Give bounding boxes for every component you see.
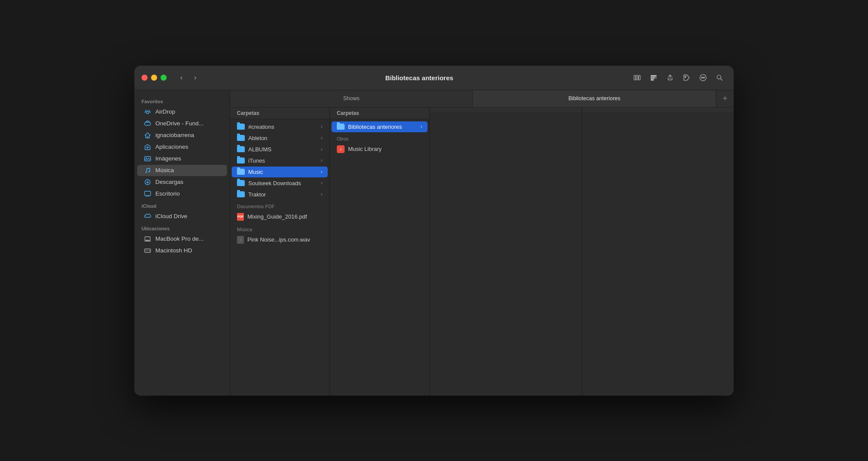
sidebar-item-label-macbookpro: MacBook Pro de... <box>155 235 204 242</box>
svg-point-22 <box>148 171 150 172</box>
list-item[interactable]: iTunes › <box>232 155 328 166</box>
tab-bibliotecas[interactable]: Bibliotecas anteriores <box>473 90 716 107</box>
desktop-icon <box>144 190 151 197</box>
chevron-right-icon: › <box>321 157 322 163</box>
column-2-items: Bibliotecas anteriores › Otros ♪ Music L… <box>330 119 429 396</box>
item-name: Music Library <box>348 146 422 152</box>
list-item[interactable]: ALBUMS › <box>232 144 328 155</box>
sidebar-item-onedrive[interactable]: OneDrive - Fund... <box>137 118 227 129</box>
harddisk-icon <box>144 247 151 254</box>
column-2: Carpetas Bibliotecas anteriores › Otros … <box>330 108 430 396</box>
tag-icon <box>683 74 690 82</box>
columns-view-icon <box>633 74 641 82</box>
list-item[interactable]: Music › <box>232 167 328 177</box>
airdrop-icon <box>144 108 151 115</box>
sidebar-item-downloads[interactable]: Descargas <box>137 177 227 188</box>
sidebar-item-airdrop[interactable]: AirDrop <box>137 106 227 118</box>
tab-shows[interactable]: Shows <box>230 90 473 107</box>
svg-rect-2 <box>639 75 641 80</box>
list-item[interactable]: ♪ Music Library <box>332 143 427 155</box>
item-name: Pink Noise...ips.com.wav <box>247 236 322 243</box>
column-1-header: Carpetas <box>230 108 329 119</box>
svg-point-6 <box>685 76 686 78</box>
svg-rect-4 <box>651 77 655 78</box>
home-icon <box>144 132 151 139</box>
forward-button[interactable]: › <box>189 72 201 84</box>
folder-icon <box>237 157 245 163</box>
sidebar: Favoritos AirDrop <box>135 90 230 396</box>
folder-icon <box>237 146 245 152</box>
wav-icon: ♪ <box>237 236 244 244</box>
sidebar-item-macintoshhd[interactable]: Macintosh HD <box>137 245 227 256</box>
music-icon <box>144 167 151 174</box>
sidebar-item-label-onedrive: OneDrive - Fund... <box>155 120 204 127</box>
sidebar-item-music[interactable]: Música <box>137 165 227 176</box>
sidebar-item-images[interactable]: Imágenes <box>137 153 227 164</box>
sidebar-item-label-macintoshhd: Macintosh HD <box>155 247 192 254</box>
laptop-icon <box>144 235 151 242</box>
folder-icon <box>237 135 245 141</box>
close-button[interactable] <box>141 75 148 81</box>
applications-icon <box>144 144 151 150</box>
arrange-button[interactable] <box>647 71 661 85</box>
finder-window: ‹ › Bibliotecas anteriores <box>135 66 733 396</box>
folder-icon <box>237 191 245 197</box>
search-button[interactable] <box>713 71 727 85</box>
sidebar-item-label-airdrop: AirDrop <box>155 108 175 115</box>
share-button[interactable] <box>663 71 677 85</box>
list-item[interactable]: Ableton › <box>232 133 328 144</box>
sidebar-item-label-home: ignaciobarrena <box>155 132 194 138</box>
list-item[interactable]: Traktor › <box>232 189 328 200</box>
sidebar-item-label-music: Música <box>155 167 174 173</box>
folder-icon <box>237 169 245 175</box>
onedrive-icon <box>144 120 151 127</box>
chevron-right-icon: › <box>321 146 322 152</box>
item-name: Soulseek Downloads <box>248 180 317 186</box>
column-browser: Carpetas #creations › Ableton › <box>230 108 733 396</box>
sidebar-section-ubicaciones: Ubicaciones <box>135 222 230 233</box>
sidebar-item-desktop[interactable]: Escritorio <box>137 188 227 199</box>
item-name: iTunes <box>248 157 317 164</box>
column-4 <box>582 108 734 396</box>
content-area: Shows Bibliotecas anteriores + Carpetas … <box>230 90 733 396</box>
column-1-items: #creations › Ableton › ALBUMS › <box>230 119 329 396</box>
column-3 <box>430 108 582 396</box>
minimize-button[interactable] <box>151 75 157 81</box>
svg-rect-24 <box>145 191 151 196</box>
item-name: Music <box>248 169 317 175</box>
item-name: Traktor <box>248 191 317 198</box>
svg-point-8 <box>701 77 702 78</box>
sidebar-item-label-downloads: Descargas <box>155 179 184 185</box>
column-4-items <box>582 113 734 396</box>
pdf-icon: PDF <box>237 213 244 221</box>
svg-point-21 <box>145 171 147 173</box>
sidebar-item-macbookpro[interactable]: MacBook Pro de... <box>137 233 227 245</box>
add-tab-button[interactable]: + <box>716 90 733 107</box>
column-1: Carpetas #creations › Ableton › <box>230 108 330 396</box>
sidebar-item-home[interactable]: ignaciobarrena <box>137 130 227 141</box>
folder-icon <box>237 180 245 186</box>
list-item[interactable]: Soulseek Downloads › <box>232 178 328 189</box>
tag-button[interactable] <box>680 71 694 85</box>
more-button[interactable] <box>696 71 710 85</box>
traffic-lights <box>141 75 167 81</box>
column-view-button[interactable] <box>630 71 644 85</box>
folder-icon <box>237 124 245 130</box>
list-item[interactable]: PDF Mixing_Guide_2016.pdf <box>232 211 328 223</box>
folder-icon <box>337 124 345 130</box>
column-3-header <box>430 108 582 113</box>
svg-point-27 <box>149 250 150 251</box>
svg-rect-15 <box>145 122 151 125</box>
sidebar-item-icloud[interactable]: iCloud Drive <box>137 211 227 222</box>
icloud-icon <box>144 213 151 220</box>
sidebar-item-label-icloud: iCloud Drive <box>155 213 187 219</box>
list-item[interactable]: ♪ Pink Noise...ips.com.wav <box>232 234 328 246</box>
svg-rect-19 <box>145 157 151 161</box>
sidebar-section-icloud: iCloud <box>135 200 230 210</box>
back-button[interactable]: ‹ <box>175 72 187 84</box>
fullscreen-button[interactable] <box>161 75 167 81</box>
svg-rect-1 <box>636 75 638 80</box>
sidebar-item-applications[interactable]: Aplicaciones <box>137 141 227 153</box>
list-item[interactable]: Bibliotecas anteriores › <box>332 121 427 132</box>
list-item[interactable]: #creations › <box>232 121 328 132</box>
